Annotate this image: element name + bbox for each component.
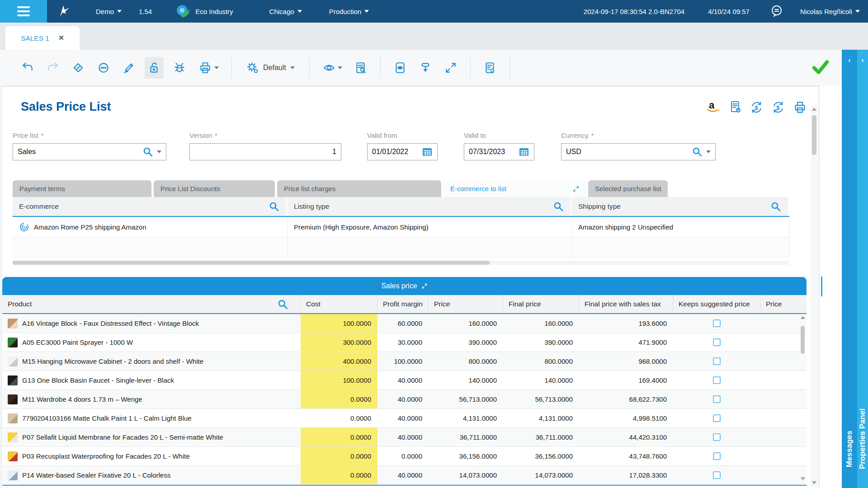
final-price-cell[interactable]: 14,073.0000 bbox=[503, 466, 579, 484]
branch-dropdown[interactable]: Chicago bbox=[269, 8, 302, 15]
edit-pencil-button[interactable] bbox=[119, 57, 138, 79]
profit-margin-cell[interactable]: 40.0000 bbox=[377, 409, 429, 427]
price-list-input[interactable]: Sales bbox=[13, 143, 166, 160]
expand-window-button[interactable] bbox=[441, 57, 460, 79]
ecommerce-table-empty-row[interactable] bbox=[13, 237, 789, 258]
keeps-suggested-checkbox[interactable] bbox=[713, 414, 721, 422]
keeps-suggested-checkbox[interactable] bbox=[713, 357, 721, 365]
keeps-suggested-checkbox[interactable] bbox=[713, 376, 721, 384]
final-price-cell[interactable]: 56,713.0000 bbox=[503, 390, 579, 408]
column-header-shipping-type[interactable]: Shipping type bbox=[572, 197, 789, 216]
currency-refresh-icon[interactable]: $ bbox=[750, 100, 764, 114]
final-price-cell[interactable]: 160.0000 bbox=[503, 314, 579, 333]
final-price-tax-cell[interactable]: 193.6000 bbox=[579, 314, 673, 333]
table-row[interactable]: A05 EC3000 Paint Sprayer - 1000 W 300.00… bbox=[2, 333, 807, 352]
hierarchy-button[interactable] bbox=[416, 57, 435, 79]
final-price-cell[interactable]: 36,156.0000 bbox=[503, 447, 579, 465]
subtab[interactable]: Selected purchase list bbox=[588, 180, 668, 197]
amazon-icon[interactable]: a bbox=[705, 100, 721, 114]
cost-cell[interactable]: 0.0000 bbox=[301, 466, 377, 484]
column-header-final-price-tax[interactable]: Final price with sales tax bbox=[579, 295, 673, 313]
column-header-product[interactable]: Product bbox=[2, 295, 301, 313]
column-header-profit-margin[interactable]: Profit margin bbox=[377, 295, 429, 313]
keeps-suggested-checkbox[interactable] bbox=[713, 433, 721, 441]
chevron-down-icon[interactable] bbox=[157, 150, 161, 153]
profit-margin-cell[interactable]: 60.0000 bbox=[377, 314, 429, 333]
card-preview-button[interactable] bbox=[391, 57, 410, 79]
search-icon[interactable] bbox=[142, 146, 153, 157]
cost-cell[interactable]: 0.0000 bbox=[301, 447, 377, 465]
subtab[interactable]: Price List Discounts bbox=[154, 180, 275, 197]
column-header-keeps-suggested[interactable]: Keeps suggested price bbox=[673, 295, 760, 313]
scroll-down-arrow[interactable] bbox=[801, 477, 805, 480]
table-row[interactable]: M15 Hanging Microwave Cabinet - 2 doors … bbox=[2, 352, 807, 371]
scroll-down-arrow[interactable] bbox=[812, 481, 816, 484]
collapse-left-icon[interactable]: ‹ bbox=[857, 56, 868, 64]
panel-resize-handle[interactable] bbox=[821, 277, 822, 296]
profit-margin-cell[interactable]: 0.0000 bbox=[377, 447, 429, 465]
messages-panel-strip[interactable]: ‹ Messages bbox=[842, 50, 857, 488]
remove-row-button[interactable] bbox=[94, 57, 113, 79]
price-cell[interactable]: 4,131.0000 bbox=[429, 409, 503, 427]
valid-to-input[interactable]: 07/31/2023 bbox=[464, 143, 534, 160]
close-icon[interactable]: ✕ bbox=[58, 34, 64, 42]
version-input[interactable]: 1 bbox=[189, 143, 341, 160]
subtab[interactable]: Payment terms bbox=[13, 180, 151, 197]
final-price-tax-cell[interactable]: 44,420.3100 bbox=[579, 428, 673, 446]
visibility-dropdown-button[interactable] bbox=[320, 57, 345, 79]
keeps-suggested-checkbox[interactable] bbox=[713, 319, 721, 327]
keeps-suggested-checkbox[interactable] bbox=[713, 471, 721, 479]
chat-icon[interactable] bbox=[769, 4, 784, 19]
subtab[interactable]: Price list charges bbox=[277, 180, 441, 197]
horizontal-scrollbar[interactable] bbox=[13, 261, 789, 265]
currency-update-icon[interactable]: $ bbox=[771, 100, 785, 114]
eraser-icon[interactable] bbox=[69, 57, 88, 79]
debug-bug-button[interactable] bbox=[170, 57, 189, 79]
search-icon[interactable] bbox=[277, 299, 288, 310]
final-price-tax-cell[interactable]: 169.4000 bbox=[579, 371, 673, 389]
tab-sales-1[interactable]: SALES 1 ✕ bbox=[5, 26, 80, 50]
profit-margin-cell[interactable]: 30.0000 bbox=[377, 333, 429, 352]
final-price-cell[interactable]: 4,131.0000 bbox=[503, 409, 579, 427]
currency-input[interactable]: USD bbox=[561, 143, 716, 160]
collapse-left-icon[interactable]: ‹ bbox=[842, 56, 857, 64]
scrollbar-thumb[interactable] bbox=[801, 326, 805, 354]
column-header-listing-type[interactable]: Listing type bbox=[288, 197, 572, 216]
cost-cell[interactable]: 0.0000 bbox=[301, 409, 377, 427]
final-price-tax-cell[interactable]: 4,998.5100 bbox=[579, 409, 673, 427]
cost-cell[interactable]: 0.0000 bbox=[301, 428, 377, 446]
search-icon[interactable] bbox=[770, 201, 781, 212]
table-row[interactable]: 7790204103166 Matte Chalk Paint 1 L - Ca… bbox=[2, 409, 807, 428]
scroll-up-arrow[interactable] bbox=[812, 108, 816, 111]
table-row[interactable]: G13 One Block Basin Faucet - Single-leve… bbox=[2, 371, 807, 390]
cost-cell[interactable]: 100.0000 bbox=[301, 314, 377, 333]
redo-button[interactable] bbox=[43, 57, 62, 79]
profit-margin-cell[interactable]: 100.0000 bbox=[377, 352, 429, 371]
view-profile-dropdown[interactable]: Default bbox=[246, 61, 295, 74]
final-price-cell[interactable]: 140.0000 bbox=[503, 371, 579, 389]
price-cell[interactable]: 14,073.0000 bbox=[429, 466, 503, 484]
column-header-cost[interactable]: Cost bbox=[301, 295, 377, 313]
notes-remove-button[interactable] bbox=[481, 57, 500, 79]
cost-cell[interactable]: 0.0000 bbox=[301, 390, 377, 408]
calendar-icon[interactable] bbox=[422, 146, 433, 157]
main-vertical-scrollbar[interactable] bbox=[811, 105, 818, 487]
keeps-suggested-checkbox[interactable] bbox=[713, 338, 721, 346]
table-row[interactable]: P07 Sellafit Liquid Membrane for Facades… bbox=[2, 428, 807, 447]
table-row[interactable]: P14 Water-based Sealer Fixative 20 L - C… bbox=[2, 466, 807, 485]
search-icon[interactable] bbox=[269, 201, 279, 212]
scrollbar-thumb[interactable] bbox=[13, 261, 490, 265]
price-cell[interactable]: 390.0000 bbox=[429, 333, 503, 352]
cost-cell[interactable]: 400.0000 bbox=[301, 352, 377, 371]
keeps-suggested-checkbox[interactable] bbox=[713, 395, 721, 403]
profit-margin-cell[interactable]: 40.0000 bbox=[377, 371, 429, 389]
ecommerce-table-row[interactable]: Amazon Rome P25 shipping Amazon Premium … bbox=[13, 217, 789, 237]
search-icon[interactable] bbox=[692, 146, 703, 157]
profit-margin-cell[interactable]: 40.0000 bbox=[377, 428, 429, 446]
document-check-icon[interactable] bbox=[728, 100, 742, 114]
final-price-tax-cell[interactable]: 17,028.3300 bbox=[579, 466, 673, 484]
final-price-cell[interactable]: 800.0000 bbox=[503, 352, 579, 371]
chevron-down-icon[interactable] bbox=[706, 150, 711, 153]
column-header-ecommerce[interactable]: E-commerce bbox=[13, 197, 288, 216]
keeps-suggested-checkbox[interactable] bbox=[713, 452, 721, 460]
